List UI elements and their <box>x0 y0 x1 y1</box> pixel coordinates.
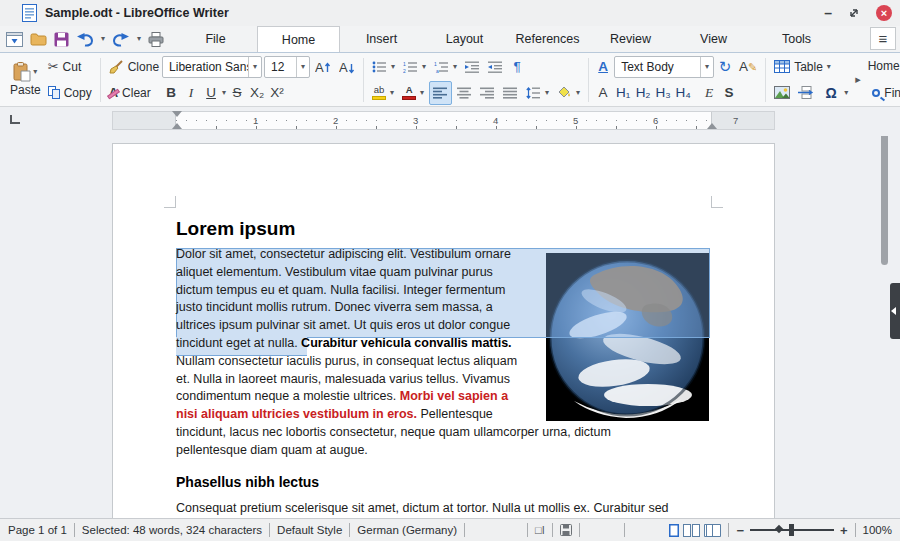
multi-page-view-icon[interactable] <box>683 524 700 537</box>
word-count-status[interactable]: Selected: 48 words, 324 characters <box>82 524 262 536</box>
text-line[interactable]: dictum tempus eu et quam. Nulla facilisi… <box>176 282 669 300</box>
align-justify-button[interactable] <box>500 81 521 105</box>
redo-dropdown-caret[interactable]: ▾ <box>137 35 141 43</box>
text-line[interactable]: Nullam consectetur iaculis purus, in con… <box>176 353 669 371</box>
strikethrough-button[interactable]: S <box>228 85 246 100</box>
document-modified-icon[interactable] <box>560 524 572 536</box>
undo-icon[interactable] <box>76 32 94 47</box>
page-count-status[interactable]: Page 1 of 1 <box>8 524 67 536</box>
document-heading2[interactable]: Phasellus nibh lectus <box>176 474 669 492</box>
align-center-button[interactable] <box>454 81 475 105</box>
tab-insert[interactable]: Insert <box>340 26 423 52</box>
insert-special-character-button[interactable]: Ω ▾ <box>819 81 851 105</box>
horizontal-ruler[interactable]: 1 2 3 4 5 6 7 <box>112 111 775 130</box>
zoom-slider-thumb[interactable] <box>789 524 794 536</box>
heading2-style-button[interactable]: H₂ <box>634 85 652 100</box>
subscript-button[interactable]: X₂ <box>248 85 266 100</box>
toolbar-overflow-expander[interactable]: ▸ <box>855 73 861 86</box>
paragraph-style-combo[interactable]: Text Body ▾ <box>614 56 714 78</box>
text-line[interactable]: justo tincidunt mollis rutrum. Donec viv… <box>176 299 669 317</box>
text-line[interactable]: aliquet elementum. Vestibulum vitae quam… <box>176 264 669 282</box>
text-line[interactable]: condimentum neque a molestie ultrices. M… <box>176 388 669 406</box>
insert-table-button[interactable]: Table ▾ <box>771 55 834 79</box>
redo-icon[interactable] <box>112 32 130 47</box>
bullet-list-button[interactable]: ▾ <box>369 55 398 79</box>
strong-style-button[interactable]: S <box>720 85 738 100</box>
italic-button[interactable]: I <box>182 85 200 101</box>
open-folder-icon[interactable] <box>30 32 47 46</box>
menubar-toggle-icon[interactable] <box>6 32 23 47</box>
formatting-marks-button[interactable]: ¶ <box>508 59 526 74</box>
clone-formatting-button[interactable]: Clone <box>106 55 162 79</box>
paste-button[interactable]: ▾ Paste <box>6 62 45 97</box>
cut-button[interactable]: ✂ Cut <box>45 55 95 79</box>
tab-stop-type-selector[interactable] <box>10 115 20 124</box>
font-color-button[interactable]: A ▾ <box>399 81 427 105</box>
hamburger-menu-icon[interactable]: ≡ <box>870 27 896 50</box>
align-right-button[interactable] <box>477 81 498 105</box>
set-style-icon[interactable]: A <box>594 59 612 74</box>
tab-home[interactable]: Home <box>257 26 340 52</box>
minimize-button[interactable]: – <box>824 8 832 18</box>
heading1-style-button[interactable]: H₁ <box>614 85 632 100</box>
right-indent-marker[interactable] <box>707 123 717 129</box>
line-spacing-button[interactable]: ▾ <box>523 81 552 105</box>
first-line-indent-marker[interactable] <box>172 111 182 117</box>
underline-caret[interactable]: ▾ <box>222 89 226 97</box>
edit-style-button[interactable]: A✎ <box>736 59 760 74</box>
clear-formatting-button[interactable]: A Clear <box>106 81 162 105</box>
language-status[interactable]: German (Germany) <box>357 524 457 536</box>
text-line[interactable]: Dolor sit amet, consectetur adipiscing e… <box>176 246 669 264</box>
left-indent-marker[interactable] <box>172 123 182 129</box>
tab-view[interactable]: View <box>672 26 755 52</box>
font-size-combo[interactable]: 12 ▾ <box>264 56 310 78</box>
tab-file[interactable]: File <box>174 26 257 52</box>
document-paragraph-2[interactable]: Consequat pretium scelerisque sit amet, … <box>176 500 669 518</box>
heading4-style-button[interactable]: H₄ <box>674 85 692 100</box>
superscript-button[interactable]: X² <box>268 85 286 100</box>
heading3-style-button[interactable]: H₃ <box>654 85 672 100</box>
increase-indent-button[interactable] <box>462 55 483 79</box>
selection-mode-icon[interactable]: □I <box>535 524 545 536</box>
close-button[interactable]: × <box>876 5 892 21</box>
page-style-status[interactable]: Default Style <box>277 524 342 536</box>
insert-page-break-button[interactable] <box>795 81 817 105</box>
find-button[interactable]: Find <box>865 81 900 105</box>
single-page-view-icon[interactable] <box>669 524 679 537</box>
shrink-font-button[interactable]: A <box>336 55 358 79</box>
text-line[interactable]: tincidunt eget at nulla. Curabitur vehic… <box>176 335 669 353</box>
no-character-style-button[interactable]: A <box>594 85 612 100</box>
align-left-button[interactable] <box>429 81 452 105</box>
underline-button[interactable]: U <box>202 85 220 100</box>
bold-button[interactable]: B <box>162 85 180 100</box>
print-icon[interactable] <box>148 32 164 47</box>
text-line[interactable]: tincidunt, lacus nec lobortis consectetu… <box>176 424 669 442</box>
zoom-out-button[interactable]: − <box>736 523 744 538</box>
text-line[interactable]: ultrices ipsum pulvinar sit amet. Ut qui… <box>176 317 669 335</box>
page[interactable]: Lorem ipsum Dolor sit amet, consectetur … <box>112 143 775 518</box>
document-paragraph-1[interactable]: Dolor sit amet, consectetur adipiscing e… <box>176 246 669 518</box>
copy-button[interactable]: Copy <box>45 81 95 105</box>
paragraph-background-button[interactable]: ▾ <box>554 81 583 105</box>
text-line[interactable]: nisi aliquam ultricies vestibulum in ero… <box>176 406 669 424</box>
zoom-slider[interactable] <box>750 529 834 531</box>
tab-layout[interactable]: Layout <box>423 26 506 52</box>
zoom-in-button[interactable]: + <box>840 523 848 538</box>
book-view-icon[interactable] <box>704 524 721 537</box>
tab-review[interactable]: Review <box>589 26 672 52</box>
outline-list-button[interactable]: 1a ▾ <box>431 55 460 79</box>
zoom-level-status[interactable]: 100% <box>863 524 892 536</box>
emphasis-style-button[interactable]: E <box>700 85 718 101</box>
insert-image-button[interactable] <box>771 81 793 105</box>
decrease-indent-button[interactable] <box>485 55 506 79</box>
maximize-button[interactable] <box>848 7 860 19</box>
tab-tools[interactable]: Tools <box>755 26 838 52</box>
highlight-color-button[interactable]: ab ▾ <box>369 81 397 105</box>
grow-font-button[interactable]: A <box>312 55 334 79</box>
numbered-list-button[interactable]: 12 ▾ <box>400 55 429 79</box>
font-name-combo[interactable]: Liberation Sans ▾ <box>162 56 262 78</box>
vertical-scrollbar-thumb[interactable] <box>881 136 888 265</box>
undo-dropdown-caret[interactable]: ▾ <box>101 35 105 43</box>
tab-references[interactable]: References <box>506 26 589 52</box>
update-style-icon[interactable]: ↻ <box>716 58 734 76</box>
